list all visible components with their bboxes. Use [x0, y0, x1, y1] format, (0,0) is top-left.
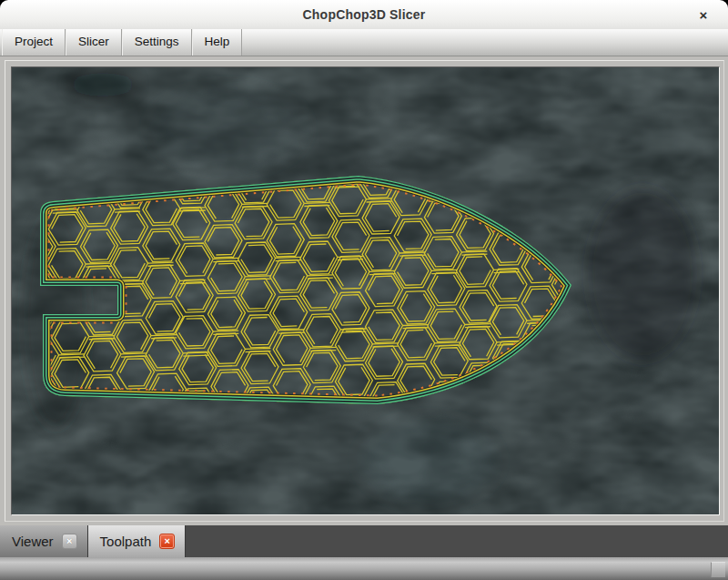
menu-item-project[interactable]: Project [2, 29, 66, 56]
tab-toolpath-close-icon[interactable]: × [159, 534, 175, 549]
status-bar [0, 557, 728, 580]
tab-viewer[interactable]: Viewer × [0, 525, 88, 557]
menu-item-help[interactable]: Help [192, 29, 243, 56]
app-window: ChopChop3D Slicer × Project Slicer Setti… [0, 0, 728, 580]
titlebar: ChopChop3D Slicer × [0, 0, 728, 30]
menubar: Project Slicer Settings Help [0, 29, 728, 56]
resize-grip[interactable] [711, 562, 725, 577]
tab-toolpath-label: Toolpath [100, 534, 152, 549]
window-title: ChopChop3D Slicer [0, 0, 728, 29]
menu-item-slicer[interactable]: Slicer [66, 29, 122, 56]
tab-viewer-close-icon[interactable]: × [62, 534, 77, 549]
tab-viewer-label: Viewer [12, 534, 54, 549]
toolpath-canvas[interactable] [11, 66, 720, 515]
menu-item-settings[interactable]: Settings [122, 29, 192, 56]
tab-bar: Viewer × Toolpath × [0, 525, 728, 557]
tab-toolpath[interactable]: Toolpath × [88, 525, 187, 557]
toolpath-preview [12, 67, 719, 514]
window-close-icon[interactable]: × [693, 0, 713, 29]
viewport-frame [0, 56, 728, 525]
